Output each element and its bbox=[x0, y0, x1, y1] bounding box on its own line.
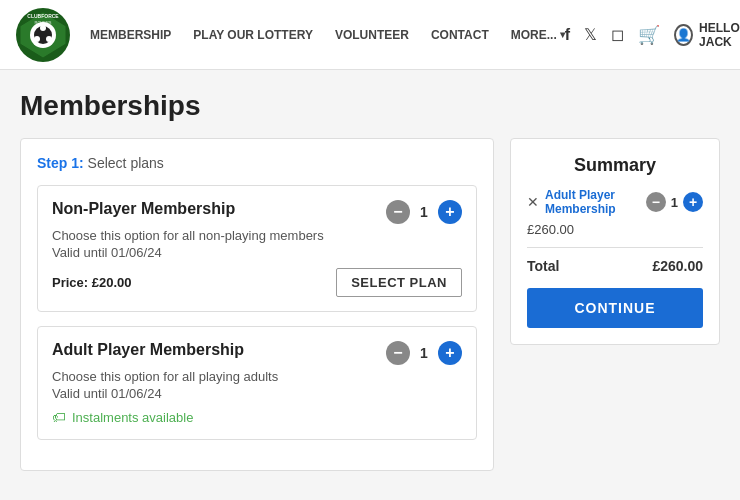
summary-minus-btn[interactable]: − bbox=[646, 192, 666, 212]
adult-player-header: Adult Player Membership − 1 + bbox=[52, 341, 462, 365]
nav-contact[interactable]: CONTACT bbox=[431, 28, 489, 42]
summary-item-name[interactable]: Adult Player Membership bbox=[545, 188, 646, 216]
non-player-title: Non-Player Membership bbox=[52, 200, 235, 218]
summary-qty-value: 1 bbox=[671, 195, 678, 210]
non-player-header: Non-Player Membership − 1 + bbox=[52, 200, 462, 224]
left-panel: Step 1: Select plans Non-Player Membersh… bbox=[20, 138, 494, 471]
adult-player-card: Adult Player Membership − 1 + Choose thi… bbox=[37, 326, 477, 440]
continue-button[interactable]: CONTINUE bbox=[527, 288, 703, 328]
summary-title: Summary bbox=[527, 155, 703, 176]
nav-more[interactable]: MORE... ▾ bbox=[511, 28, 565, 42]
nav-links: MEMBERSHIP PLAY OUR LOTTERY VOLUNTEER CO… bbox=[90, 28, 565, 42]
twitter-icon[interactable]: 𝕏 bbox=[584, 25, 597, 44]
non-player-card: Non-Player Membership − 1 + Choose this … bbox=[37, 185, 477, 312]
user-avatar: 👤 bbox=[674, 24, 693, 46]
facebook-icon[interactable]: f bbox=[565, 26, 570, 44]
page-title: Memberships bbox=[20, 90, 720, 122]
step-label: Step 1: Select plans bbox=[37, 155, 477, 171]
instalments-badge: 🏷 Instalments available bbox=[52, 409, 462, 425]
nav-icons: f 𝕏 ◻ 🛒 👤 HELLO JACK bbox=[565, 21, 740, 49]
adult-player-valid: Valid until 01/06/24 bbox=[52, 386, 462, 401]
summary-panel: Summary ✕ Adult Player Membership − 1 + … bbox=[510, 138, 720, 345]
summary-item: ✕ Adult Player Membership − 1 + bbox=[527, 188, 703, 216]
adult-player-qty: 1 bbox=[418, 345, 430, 361]
svg-point-4 bbox=[40, 25, 46, 31]
svg-text:CLUBFORCE: CLUBFORCE bbox=[27, 13, 59, 19]
adult-player-title: Adult Player Membership bbox=[52, 341, 244, 359]
user-greeting: HELLO JACK bbox=[699, 21, 740, 49]
cart-icon[interactable]: 🛒 bbox=[638, 24, 660, 46]
logo[interactable]: CLUBFORCE ROVERS bbox=[16, 8, 70, 62]
summary-qty-control: − 1 + bbox=[646, 192, 703, 212]
summary-item-price: £260.00 bbox=[527, 222, 703, 237]
summary-plus-btn[interactable]: + bbox=[683, 192, 703, 212]
total-value: £260.00 bbox=[652, 258, 703, 274]
non-player-price: Price: £20.00 bbox=[52, 275, 132, 290]
instalments-label: Instalments available bbox=[72, 410, 193, 425]
user-icon: 👤 bbox=[676, 28, 691, 42]
total-label: Total bbox=[527, 258, 559, 274]
adult-player-minus-btn[interactable]: − bbox=[386, 341, 410, 365]
step-text: Select plans bbox=[88, 155, 164, 171]
non-player-valid: Valid until 01/06/24 bbox=[52, 245, 462, 260]
non-player-qty-control: − 1 + bbox=[386, 200, 462, 224]
main-layout: Step 1: Select plans Non-Player Membersh… bbox=[20, 138, 720, 471]
summary-remove-btn[interactable]: ✕ bbox=[527, 194, 539, 210]
non-player-qty: 1 bbox=[418, 204, 430, 220]
summary-divider bbox=[527, 247, 703, 248]
adult-player-qty-control: − 1 + bbox=[386, 341, 462, 365]
non-player-desc: Choose this option for all non-playing m… bbox=[52, 228, 462, 243]
non-player-footer: Price: £20.00 SELECT PLAN bbox=[52, 268, 462, 297]
adult-player-desc: Choose this option for all playing adult… bbox=[52, 369, 462, 384]
svg-point-5 bbox=[34, 36, 40, 42]
non-player-minus-btn[interactable]: − bbox=[386, 200, 410, 224]
navbar: CLUBFORCE ROVERS MEMBERSHIP PLAY OUR LOT… bbox=[0, 0, 740, 70]
nav-lottery[interactable]: PLAY OUR LOTTERY bbox=[193, 28, 313, 42]
summary-item-left: ✕ Adult Player Membership bbox=[527, 188, 646, 216]
svg-point-6 bbox=[46, 36, 52, 42]
user-menu[interactable]: 👤 HELLO JACK bbox=[674, 21, 740, 49]
tag-icon: 🏷 bbox=[52, 409, 66, 425]
instagram-icon[interactable]: ◻ bbox=[611, 25, 624, 44]
page-content: Memberships Step 1: Select plans Non-Pla… bbox=[0, 70, 740, 500]
non-player-plus-btn[interactable]: + bbox=[438, 200, 462, 224]
adult-player-plus-btn[interactable]: + bbox=[438, 341, 462, 365]
nav-membership[interactable]: MEMBERSHIP bbox=[90, 28, 171, 42]
summary-total: Total £260.00 bbox=[527, 258, 703, 274]
nav-volunteer[interactable]: VOLUNTEER bbox=[335, 28, 409, 42]
step-number: Step 1: bbox=[37, 155, 84, 171]
svg-text:ROVERS: ROVERS bbox=[35, 20, 52, 25]
select-plan-button[interactable]: SELECT PLAN bbox=[336, 268, 462, 297]
